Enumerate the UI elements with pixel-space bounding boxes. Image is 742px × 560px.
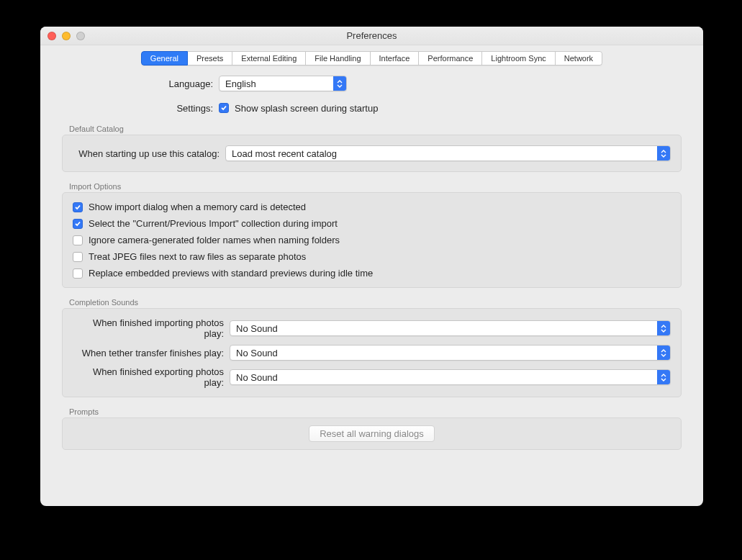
settings-label: Settings: <box>62 103 219 114</box>
startup-catalog-label: When starting up use this catalog: <box>73 148 225 159</box>
completion-sound-label: When finished importing photos play: <box>73 317 230 339</box>
completion-sounds-group: When finished importing photos play:No S… <box>62 308 682 397</box>
tab-bar: GeneralPresetsExternal EditingFile Handl… <box>40 45 703 70</box>
completion-sound-row: When finished exporting photos play:No S… <box>73 366 671 388</box>
tab-general[interactable]: General <box>141 51 188 66</box>
dropdown-arrows-icon <box>657 370 670 384</box>
import-option-checkbox[interactable] <box>73 268 83 279</box>
language-label: Language: <box>62 78 219 89</box>
completion-sound-value: No Sound <box>236 348 278 358</box>
dropdown-arrows-icon <box>333 76 346 91</box>
splash-checkbox[interactable] <box>219 103 229 113</box>
import-option-label: Ignore camera-generated folder names whe… <box>89 235 340 245</box>
prompts-group: Reset all warning dialogs <box>62 417 682 450</box>
import-option-checkbox[interactable] <box>73 252 83 262</box>
default-catalog-group: When starting up use this catalog: Load … <box>62 135 682 172</box>
reset-warnings-button[interactable]: Reset all warning dialogs <box>309 425 435 442</box>
startup-catalog-value: Load most recent catalog <box>232 148 337 159</box>
completion-sound-label: When finished exporting photos play: <box>73 366 230 388</box>
window-controls <box>47 32 85 40</box>
startup-catalog-select[interactable]: Load most recent catalog <box>225 145 671 161</box>
general-panel: Language: English Settings: Show splash … <box>40 70 703 450</box>
import-option-label: Replace embedded previews with standard … <box>89 268 373 279</box>
tab-external-editing[interactable]: External Editing <box>232 51 306 66</box>
import-option-checkbox[interactable] <box>73 202 83 212</box>
import-option-label: Select the "Current/Previous Import" col… <box>89 218 338 229</box>
dropdown-arrows-icon <box>657 346 670 360</box>
dropdown-arrows-icon <box>657 146 670 161</box>
zoom-icon <box>76 32 85 40</box>
prompts-section-label: Prompts <box>69 407 682 416</box>
window-title: Preferences <box>346 30 397 41</box>
import-option-row: Ignore camera-generated folder names whe… <box>73 235 671 245</box>
tab-interface[interactable]: Interface <box>371 51 420 66</box>
dropdown-arrows-icon <box>657 321 670 335</box>
import-option-label: Show import dialog when a memory card is… <box>89 202 306 212</box>
completion-sound-row: When finished importing photos play:No S… <box>73 317 671 339</box>
completion-sounds-section-label: Completion Sounds <box>69 298 682 307</box>
tab-lightroom-sync[interactable]: Lightroom Sync <box>482 51 555 66</box>
splash-label: Show splash screen during startup <box>235 103 378 114</box>
tab-network[interactable]: Network <box>556 51 602 66</box>
completion-sound-value: No Sound <box>236 323 278 334</box>
close-icon[interactable] <box>47 32 56 40</box>
language-select[interactable]: English <box>219 76 347 91</box>
preferences-window: Preferences GeneralPresetsExternal Editi… <box>40 27 703 506</box>
completion-sound-select[interactable]: No Sound <box>230 369 671 385</box>
completion-sound-row: When tether transfer finishes play:No So… <box>73 343 671 362</box>
import-option-checkbox[interactable] <box>73 219 83 229</box>
completion-sound-value: No Sound <box>236 372 278 383</box>
import-option-row: Show import dialog when a memory card is… <box>73 202 671 212</box>
import-option-row: Treat JPEG files next to raw files as se… <box>73 251 671 262</box>
completion-sound-select[interactable]: No Sound <box>230 320 671 336</box>
language-value: English <box>225 78 256 89</box>
titlebar: Preferences <box>40 27 703 45</box>
tab-performance[interactable]: Performance <box>419 51 482 66</box>
import-options-section-label: Import Options <box>69 182 682 191</box>
tab-presets[interactable]: Presets <box>188 51 232 66</box>
completion-sound-select[interactable]: No Sound <box>230 345 671 361</box>
tab-file-handling[interactable]: File Handling <box>306 51 370 66</box>
minimize-icon[interactable] <box>62 32 71 40</box>
import-option-row: Replace embedded previews with standard … <box>73 268 671 279</box>
import-option-checkbox[interactable] <box>73 235 83 245</box>
import-option-row: Select the "Current/Previous Import" col… <box>73 218 671 229</box>
import-option-label: Treat JPEG files next to raw files as se… <box>89 251 306 262</box>
import-options-group: Show import dialog when a memory card is… <box>62 192 682 288</box>
default-catalog-section-label: Default Catalog <box>69 125 682 133</box>
completion-sound-label: When tether transfer finishes play: <box>73 348 230 358</box>
